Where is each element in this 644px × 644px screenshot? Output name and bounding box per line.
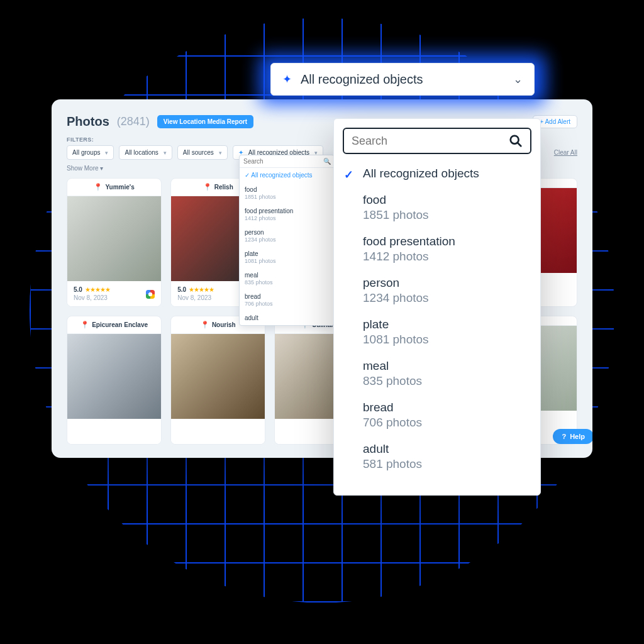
card-image bbox=[67, 196, 161, 281]
google-logo-icon bbox=[146, 290, 155, 299]
recognized-objects-popup: All recognized objects food1851 photosfo… bbox=[333, 118, 541, 496]
chevron-down-icon: ▾ bbox=[105, 150, 108, 156]
card-footer bbox=[171, 419, 265, 444]
page-title: Photos bbox=[67, 114, 109, 129]
photo-count: (2841) bbox=[117, 115, 150, 128]
big-option-selected[interactable]: All recognized objects bbox=[334, 160, 540, 187]
clear-all-link[interactable]: Clear All bbox=[554, 149, 577, 156]
chevron-down-icon: ▾ bbox=[164, 150, 167, 156]
help-button[interactable]: ? Help bbox=[553, 429, 592, 444]
big-option[interactable]: person1234 photos bbox=[334, 270, 540, 311]
svg-line-1 bbox=[518, 143, 521, 147]
card-footer: 5.0★★★★★Nov 8, 2023 bbox=[67, 281, 161, 306]
search-icon bbox=[509, 134, 523, 148]
card-date: Nov 8, 2023 bbox=[74, 294, 155, 301]
big-option[interactable]: adult581 photos bbox=[334, 436, 540, 477]
mini-option[interactable]: food presentation1412 photos bbox=[240, 204, 334, 225]
view-report-button[interactable]: View Location Media Report bbox=[157, 115, 253, 128]
big-option[interactable]: food presentation1412 photos bbox=[334, 228, 540, 270]
photo-card[interactable]: 📍Nourish bbox=[170, 316, 265, 445]
chevron-down-icon: ▾ bbox=[100, 165, 103, 172]
big-search-input[interactable] bbox=[352, 135, 502, 148]
mini-option-selected[interactable]: All recognized objects bbox=[240, 168, 334, 182]
big-option[interactable]: plate1081 photos bbox=[334, 311, 540, 353]
card-location: 📍Epicurean Enclave bbox=[67, 316, 161, 334]
card-image bbox=[171, 334, 265, 419]
big-option[interactable]: meal835 photos bbox=[334, 353, 540, 394]
mini-search-input[interactable] bbox=[243, 158, 323, 165]
map-pin-icon: 📍 bbox=[94, 183, 103, 191]
card-location: 📍Yummie's bbox=[67, 179, 161, 196]
filter-sources[interactable]: All sources▾ bbox=[177, 145, 228, 160]
stars-icon: ★★★★★ bbox=[189, 286, 214, 293]
filter-groups[interactable]: All groups▾ bbox=[67, 145, 114, 160]
card-rating: 5.0★★★★★ bbox=[74, 286, 155, 293]
map-pin-icon: 📍 bbox=[80, 321, 89, 329]
chevron-down-icon: ▾ bbox=[219, 150, 222, 156]
chevron-down-icon: ⌄ bbox=[513, 72, 523, 86]
card-footer bbox=[67, 419, 161, 444]
mini-option[interactable]: meal835 photos bbox=[240, 268, 334, 289]
map-pin-icon: 📍 bbox=[201, 321, 209, 329]
mini-option[interactable]: adult bbox=[240, 311, 334, 325]
big-search[interactable] bbox=[343, 128, 531, 154]
recognized-objects-dropdown-button[interactable]: ✦ All recognized objects ⌄ bbox=[270, 63, 535, 96]
big-option[interactable]: food1851 photos bbox=[334, 187, 540, 228]
filter-locations[interactable]: All locations▾ bbox=[119, 145, 172, 160]
map-pin-icon: 📍 bbox=[203, 183, 212, 191]
search-icon: 🔍 bbox=[323, 158, 331, 165]
mini-option[interactable]: plate1081 photos bbox=[240, 247, 334, 268]
help-icon: ? bbox=[562, 433, 566, 440]
mini-search[interactable]: 🔍 bbox=[240, 155, 334, 168]
card-image bbox=[67, 334, 161, 419]
sparkle-icon: ✦ bbox=[282, 72, 292, 86]
recognized-objects-mini-popup: 🔍 All recognized objects food1851 photos… bbox=[239, 155, 335, 326]
mini-option[interactable]: food1851 photos bbox=[240, 182, 334, 204]
mini-option[interactable]: bread706 photos bbox=[240, 289, 334, 311]
photo-card[interactable]: 📍Yummie's5.0★★★★★Nov 8, 2023 bbox=[67, 178, 162, 307]
photo-card[interactable]: 📍Epicurean Enclave bbox=[67, 316, 162, 445]
stars-icon: ★★★★★ bbox=[85, 286, 110, 293]
mini-option[interactable]: person1234 photos bbox=[240, 225, 334, 247]
big-option[interactable]: bread706 photos bbox=[334, 394, 540, 436]
